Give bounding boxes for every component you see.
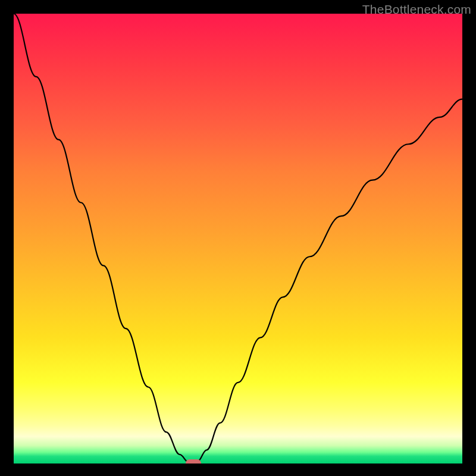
- optimum-marker: [186, 459, 201, 464]
- bottleneck-curve: [14, 14, 462, 464]
- plot-area: [14, 14, 462, 464]
- watermark-text: TheBottleneck.com: [362, 2, 471, 17]
